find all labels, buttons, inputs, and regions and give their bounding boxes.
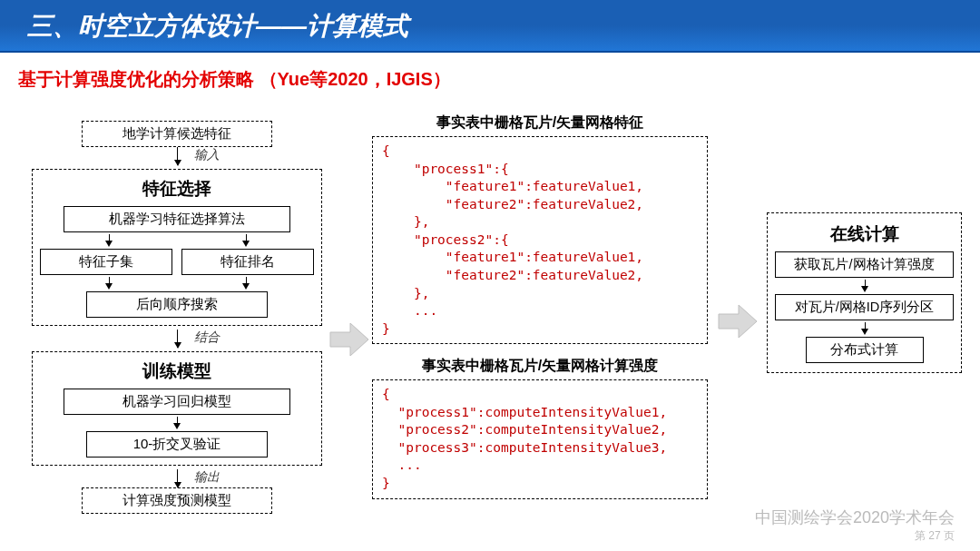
online-compute-title: 在线计算 [775, 222, 954, 246]
right-column: 在线计算 获取瓦片/网格计算强度 对瓦片/网格ID序列分区 分布式计算 [767, 209, 962, 377]
slide-header: 三、时空立方体设计——计算模式 [0, 0, 980, 53]
train-model-title: 训练模型 [40, 359, 314, 383]
subset-box: 特征子集 [40, 249, 172, 275]
online-compute-section: 在线计算 获取瓦片/网格计算强度 对瓦片/网格ID序列分区 分布式计算 [767, 212, 962, 373]
mid-title-2: 事实表中栅格瓦片/矢量网格计算强度 [372, 357, 708, 376]
regression-box: 机器学习回归模型 [64, 389, 290, 415]
step3-box: 分布式计算 [806, 337, 924, 363]
code-block-intensity: { "process1":computeIntensityValue1, "pr… [372, 379, 708, 498]
backward-box: 后向顺序搜索 [86, 291, 268, 318]
train-model-section: 训练模型 机器学习回归模型 10-折交叉验证 [32, 351, 322, 466]
candidate-box: 地学计算候选特征 [82, 121, 272, 147]
subtitle: 基于计算强度优化的分析策略 （Yue等2020，IJGIS） [0, 53, 980, 97]
footer: 中国测绘学会2020学术年会 第 27 页 [755, 507, 955, 544]
predict-box: 计算强度预测模型 [82, 487, 272, 514]
code-block-features: { "process1":{ "feature1":featureValue1,… [372, 136, 708, 344]
input-label: 输入 [194, 147, 220, 163]
output-label: 输出 [194, 469, 220, 486]
mid-column: 事实表中栅格瓦片/矢量网格特征 { "process1":{ "feature1… [372, 113, 708, 512]
crossval-box: 10-折交叉验证 [86, 431, 268, 458]
ranking-box: 特征排名 [181, 249, 314, 275]
step1-box: 获取瓦片/网格计算强度 [775, 251, 954, 278]
ml-algo-box: 机器学习特征选择算法 [64, 206, 290, 232]
mid-title-1: 事实表中栅格瓦片/矢量网格特征 [372, 113, 708, 133]
feature-selection-section: 特征选择 机器学习特征选择算法 特征子集 特征排名 后向顺序搜索 [32, 169, 322, 326]
combine-label: 结合 [194, 330, 220, 346]
left-column: 地学计算候选特征 输入 特征选择 机器学习特征选择算法 特征子集 特征排名 后向… [32, 121, 322, 514]
slide-title: 三、时空立方体设计——计算模式 [27, 12, 408, 40]
feature-selection-title: 特征选择 [40, 177, 314, 201]
big-arrow-icon [715, 300, 759, 343]
big-arrow-icon [327, 318, 370, 361]
footer-org: 中国测绘学会2020学术年会 [755, 507, 955, 528]
page-number: 第 27 页 [755, 528, 955, 544]
step2-box: 对瓦片/网格ID序列分区 [775, 294, 954, 320]
